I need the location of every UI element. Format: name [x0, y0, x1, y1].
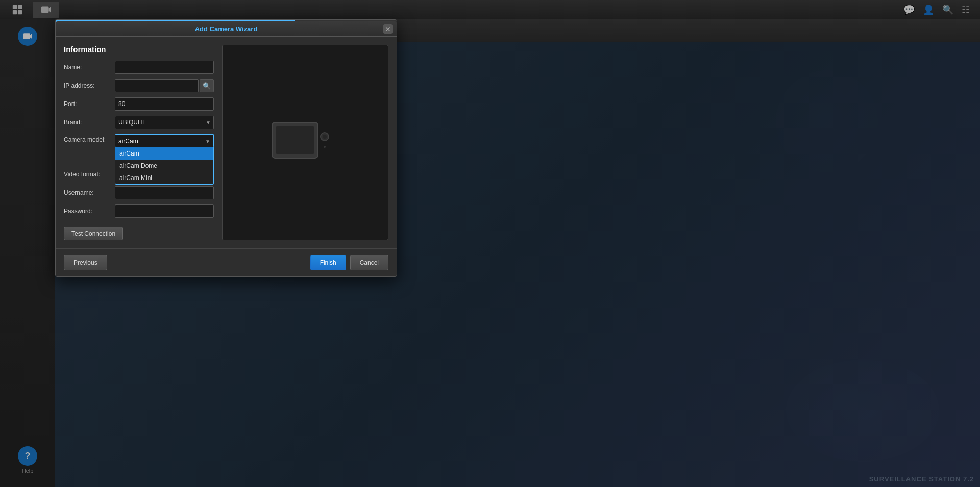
camera-model-display[interactable]: airCam ▼ — [115, 134, 214, 147]
username-input[interactable] — [115, 186, 214, 199]
name-row: Name: — [64, 61, 214, 74]
brand-label: Brand: — [64, 119, 115, 126]
ip-address-input[interactable] — [115, 79, 199, 92]
username-row: Username: — [64, 186, 214, 199]
name-label: Name: — [64, 64, 115, 71]
ip-input-group: 🔍 — [115, 79, 214, 92]
name-input[interactable] — [115, 61, 214, 74]
svg-point-11 — [323, 135, 327, 139]
dialog-title: Add Camera Wizard — [195, 25, 258, 33]
camera-model-arrow: ▼ — [205, 138, 210, 144]
username-label: Username: — [64, 189, 115, 196]
camera-model-value: airCam — [118, 138, 138, 145]
ip-search-button[interactable]: 🔍 — [200, 79, 214, 92]
dialog-body: Information Name: IP address: 🔍 Port: — [56, 37, 397, 248]
password-label: Password: — [64, 208, 115, 215]
test-connection-button[interactable]: Test Connection — [64, 227, 123, 240]
form-section: Information Name: IP address: 🔍 Port: — [64, 45, 214, 240]
ip-label: IP address: — [64, 82, 115, 89]
port-input[interactable] — [115, 97, 214, 111]
port-row: Port: — [64, 97, 214, 111]
password-row: Password: — [64, 204, 214, 218]
add-camera-dialog: Add Camera Wizard ✕ Information Name: IP… — [55, 19, 397, 277]
ip-address-row: IP address: 🔍 — [64, 79, 214, 92]
brand-select-wrapper: UBIQUITI ▼ — [115, 116, 214, 129]
camera-model-row: Camera model: airCam ▼ airCam airCam Dom… — [64, 134, 214, 147]
port-label: Port: — [64, 100, 115, 108]
cancel-button[interactable]: Cancel — [350, 255, 388, 270]
dialog-footer: Previous Finish Cancel — [56, 248, 397, 276]
svg-rect-9 — [276, 126, 314, 154]
dropdown-option-aircam[interactable]: airCam — [115, 147, 213, 160]
camera-preview-icon — [270, 117, 341, 168]
camera-model-dropdown: airCam airCam Dome airCam Mini — [115, 147, 214, 185]
brand-select[interactable]: UBIQUITI — [115, 116, 214, 129]
video-format-label: Video format: — [64, 171, 115, 178]
camera-model-select-wrapper: airCam ▼ airCam airCam Dome airCam Mini — [115, 134, 214, 147]
section-title: Information — [64, 45, 214, 54]
camera-preview — [222, 45, 388, 240]
dropdown-option-aircam-mini[interactable]: airCam Mini — [115, 172, 213, 184]
close-button[interactable]: ✕ — [383, 24, 393, 34]
svg-point-12 — [324, 146, 326, 148]
dropdown-option-aircam-dome[interactable]: airCam Dome — [115, 160, 213, 172]
camera-model-label: Camera model: — [64, 134, 115, 143]
dialog-titlebar: Add Camera Wizard ✕ — [56, 21, 397, 37]
brand-row: Brand: UBIQUITI ▼ — [64, 116, 214, 129]
password-input[interactable] — [115, 204, 214, 218]
previous-button[interactable]: Previous — [64, 255, 107, 270]
finish-button[interactable]: Finish — [310, 255, 346, 270]
